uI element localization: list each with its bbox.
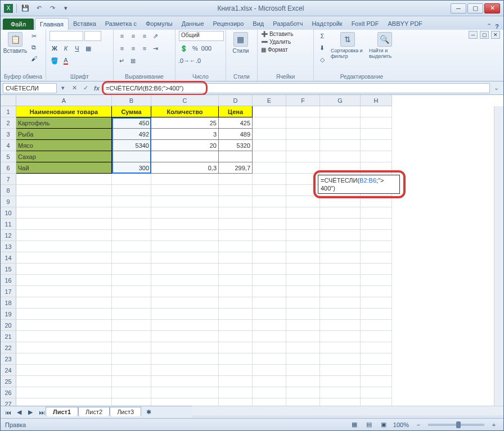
cell-E14[interactable] [253,252,286,264]
cell-F14[interactable] [286,252,320,264]
cell-D5[interactable] [219,151,253,162]
bold-button[interactable]: Ж [50,43,60,53]
cell-C27[interactable] [151,398,219,406]
cell-E13[interactable] [253,241,286,252]
cell-B2[interactable]: 450 [112,117,151,129]
row-header-21[interactable]: 21 [1,331,16,342]
cell-B3[interactable]: 492 [112,129,151,140]
row-header-14[interactable]: 14 [1,252,16,264]
cell-C22[interactable] [151,342,219,353]
cell-D1[interactable]: Цена [219,106,253,117]
cell-E24[interactable] [253,365,286,376]
cell-G15[interactable] [320,264,361,275]
cell-D23[interactable] [219,353,253,365]
row-header-19[interactable]: 19 [1,308,16,320]
cell-A24[interactable] [16,365,112,376]
cell-B15[interactable] [112,264,151,275]
cell-G9[interactable] [320,196,361,207]
row-header-10[interactable]: 10 [1,207,16,219]
ribbon-tab-4[interactable]: Данные [177,18,209,30]
cell-B16[interactable] [112,275,151,286]
cell-G5[interactable] [320,151,361,162]
cell-E27[interactable] [253,398,286,406]
namebox-dropdown[interactable]: ▾ [58,83,68,93]
cell-E4[interactable] [253,140,286,151]
row-header-20[interactable]: 20 [1,320,16,331]
cell-H14[interactable] [361,252,392,264]
col-header-D[interactable]: D [219,95,253,106]
cell-D18[interactable] [219,297,253,308]
cell-A14[interactable] [16,252,112,264]
cell-A9[interactable] [16,196,112,207]
increase-decimal-button[interactable]: .0→ [179,56,189,66]
file-tab[interactable]: Файл [3,19,34,30]
cancel-formula-button[interactable]: ✕ [69,83,79,93]
cell-B7[interactable] [112,174,151,185]
cell-H21[interactable] [361,331,392,342]
row-header-8[interactable]: 8 [1,185,16,196]
cell-G22[interactable] [320,342,361,353]
cell-E6[interactable] [253,162,286,174]
page-break-view-button[interactable]: ▣ [379,420,389,430]
cell-E8[interactable] [253,185,286,196]
styles-button[interactable]: ▦ Стили [230,31,252,55]
cell-F21[interactable] [286,331,320,342]
cell-A27[interactable] [16,398,112,406]
cell-G24[interactable] [320,365,361,376]
ribbon-tab-2[interactable]: Разметка с [101,18,141,30]
cell-G11[interactable] [320,219,361,230]
cell-B26[interactable] [112,387,151,398]
cell-C4[interactable]: 20 [151,140,219,151]
cell-D4[interactable]: 5320 [219,140,253,151]
align-center-button[interactable]: ≡ [128,43,138,53]
cell-B1[interactable]: Сумма [112,106,151,117]
cell-B14[interactable] [112,252,151,264]
cell-H24[interactable] [361,365,392,376]
cell-D12[interactable] [219,230,253,241]
sheet-first-button[interactable]: ⏮ [3,407,13,418]
vertical-scrollbar[interactable] [494,106,503,406]
cell-A7[interactable] [16,174,112,185]
cell-D27[interactable] [219,398,253,406]
orientation-button[interactable]: ⇗ [151,31,161,41]
copy-button[interactable]: ⧉ [29,42,39,52]
cell-A21[interactable] [16,331,112,342]
cell-F26[interactable] [286,387,320,398]
minimize-ribbon-icon[interactable]: ⌃ [487,22,492,30]
cell-G21[interactable] [320,331,361,342]
cell-G16[interactable] [320,275,361,286]
clear-button[interactable]: ◇ [317,55,327,65]
cell-F6[interactable] [286,162,320,174]
cell-G26[interactable] [320,387,361,398]
find-select-button[interactable]: 🔍 Найти и выделить [368,31,402,60]
ribbon-tab-9[interactable]: Foxit PDF [347,18,384,30]
cell-B24[interactable] [112,365,151,376]
sheet-tab-1[interactable]: Лист2 [78,407,110,416]
ribbon-tab-3[interactable]: Формулы [141,18,177,30]
row-header-27[interactable]: 27 [1,398,16,406]
cell-H5[interactable] [361,151,392,162]
cell-D10[interactable] [219,207,253,219]
cell-E26[interactable] [253,387,286,398]
cell-F25[interactable] [286,376,320,387]
row-header-13[interactable]: 13 [1,241,16,252]
cut-button[interactable]: ✂ [29,31,39,41]
row-header-24[interactable]: 24 [1,365,16,376]
row-header-22[interactable]: 22 [1,342,16,353]
cell-D24[interactable] [219,365,253,376]
cell-F23[interactable] [286,353,320,365]
currency-button[interactable]: 💲 [179,43,189,53]
zoom-out-button[interactable]: − [413,420,424,430]
cell-F13[interactable] [286,241,320,252]
cell-G13[interactable] [320,241,361,252]
cell-D17[interactable] [219,286,253,297]
indent-button[interactable]: ⇥ [151,43,161,53]
cell-H18[interactable] [361,297,392,308]
format-cells-button[interactable]: ▦Формат [261,47,293,53]
cell-H6[interactable] [361,162,392,174]
row-header-9[interactable]: 9 [1,196,16,207]
align-bottom-button[interactable]: ≡ [140,31,150,41]
cell-A11[interactable] [16,219,112,230]
row-header-6[interactable]: 6 [1,162,16,174]
cell-F3[interactable] [286,129,320,140]
